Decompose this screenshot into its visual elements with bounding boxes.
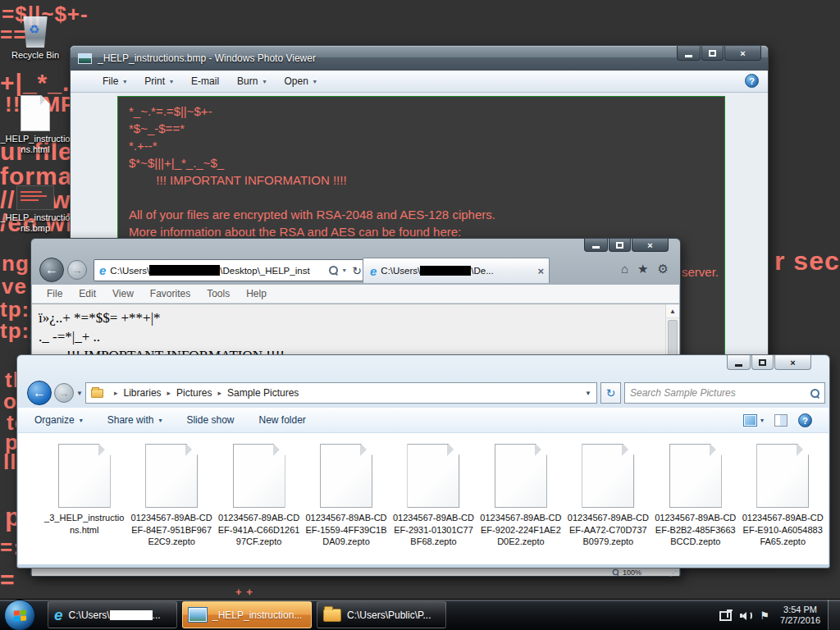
photo-viewer-menubar: File▾ Print▾ E-mail Burn▾ Open▾ ? [71, 71, 768, 93]
help-icon[interactable]: ? [798, 413, 812, 427]
address-breadcrumb-bar[interactable]: ▸ Libraries ▸ Pictures ▸ Sample Pictures… [85, 382, 597, 404]
share-with-button[interactable]: Share with▾ [107, 414, 162, 426]
menu-help[interactable]: Help [238, 285, 275, 302]
file-item[interactable]: 01234567-89AB-CDEF-1559-4FF39C1BDA09.zep… [304, 444, 387, 548]
taskbar-clock[interactable]: 3:54 PM 7/27/2016 [777, 605, 824, 626]
menu-file[interactable]: File [39, 285, 71, 302]
menu-burn[interactable]: Burn▾ [228, 72, 275, 90]
tab-close-icon[interactable]: × [537, 265, 544, 277]
browser-tab[interactable]: e C:\Users\\De... × [363, 258, 550, 283]
desktop-icon-help-bmp[interactable]: _HELP_instructions.bmp [0, 185, 71, 234]
file-item[interactable]: 01234567-89AB-CDEF-E910-A6054883FA65.zep… [742, 444, 824, 548]
maximize-button[interactable] [751, 355, 774, 370]
desktop-icon-label: Recycle Bin [0, 50, 71, 61]
ie-command-icons: ⌂ ★ ⚙ [621, 262, 669, 276]
maximize-button[interactable] [701, 46, 724, 61]
forward-button[interactable]: → [67, 260, 87, 280]
network-icon[interactable] [719, 609, 733, 621]
file-item[interactable]: 01234567-89AB-CDEF-B2B2-485F3663BCCD.zep… [654, 444, 737, 548]
menu-view[interactable]: View [104, 285, 142, 302]
file-name: 01234567-89AB-CDEF-E910-A6054883FA65.zep… [742, 512, 824, 548]
file-item[interactable]: _3_HELP_instructions.html [43, 444, 126, 536]
menu-favorites[interactable]: Favorites [142, 285, 199, 302]
refresh-icon[interactable]: ↻ [352, 264, 362, 277]
close-button[interactable]: × [724, 46, 761, 61]
start-button[interactable] [4, 600, 35, 630]
file-item[interactable]: 01234567-89AB-CDEF-2931-01301C77BF68.zep… [392, 444, 475, 548]
taskbar-button-ie[interactable]: e C:\Users\... [48, 601, 177, 628]
file-item[interactable]: 01234567-89AB-CDEF-AA72-C70D737B0979.zep… [567, 444, 650, 548]
breadcrumb-libraries[interactable]: Libraries [124, 387, 162, 399]
menu-tools[interactable]: Tools [199, 285, 238, 302]
gear-icon[interactable]: ⚙ [658, 262, 669, 276]
close-icon: × [647, 240, 652, 250]
breadcrumb-sample-pictures[interactable]: Sample Pictures [227, 387, 299, 399]
new-folder-button[interactable]: New folder [258, 414, 305, 426]
breadcrumb-pictures[interactable]: Pictures [176, 387, 212, 399]
photo-viewer-titlebar[interactable]: _HELP_instructions.bmp - Windows Photo V… [71, 46, 768, 71]
show-desktop-button[interactable] [828, 600, 840, 630]
action-center-flag-icon[interactable]: ⚑ [760, 609, 769, 622]
close-button[interactable]: × [774, 355, 811, 370]
address-bar[interactable]: e C:\Users\\Desktop\_HELP_inst ▼ ↻ [94, 259, 366, 281]
taskbar-button-photo-viewer[interactable]: _HELP_instruction... [182, 601, 312, 628]
history-dropdown-icon[interactable]: ▼ [76, 390, 83, 397]
file-name: 01234567-89AB-CDEF-1559-4FF39C1BDA09.zep… [304, 512, 387, 548]
menu-email[interactable]: E-mail [182, 72, 228, 90]
file-item[interactable]: 01234567-89AB-CDEF-84E7-951BF967E2C9.zep… [130, 444, 212, 548]
scroll-up-icon[interactable]: ▲ [666, 304, 679, 318]
preview-pane-icon[interactable] [774, 414, 788, 427]
minimize-button[interactable] [727, 355, 751, 370]
file-icon [58, 444, 111, 508]
menu-edit[interactable]: Edit [71, 285, 104, 302]
file-icon [145, 444, 198, 508]
slide-show-button[interactable]: Slide show [186, 414, 234, 426]
search-icon[interactable] [810, 389, 819, 398]
back-button[interactable]: ← [39, 258, 64, 282]
refresh-button[interactable]: ↻ [600, 382, 621, 404]
file-item[interactable]: 01234567-89AB-CDEF-9202-224F1AE2D0E2.zep… [479, 444, 562, 548]
resize-grip[interactable]: ⋰ [669, 569, 677, 578]
folder-icon [323, 609, 341, 622]
address-text: C:\Users\ [110, 266, 149, 276]
menu-print[interactable]: Print▾ [135, 72, 182, 90]
change-view-button[interactable]: ▾ [743, 414, 764, 427]
desktop-icon-help-html[interactable]: _HELP_instructions.html [0, 95, 71, 155]
home-icon[interactable]: ⌂ [621, 262, 628, 276]
favorites-star-icon[interactable]: ★ [637, 262, 648, 276]
zoom-level[interactable]: 100% [611, 568, 641, 577]
file-name: _3_HELP_instructions.html [43, 512, 126, 536]
forward-button[interactable]: → [54, 383, 74, 403]
chevron-down-icon[interactable]: ▼ [585, 390, 591, 397]
back-arrow-icon: ← [33, 386, 46, 400]
minimize-button[interactable] [584, 239, 608, 252]
file-name: 01234567-89AB-CDEF-84E7-951BF967E2C9.zep… [130, 512, 212, 548]
search-box[interactable] [624, 382, 825, 404]
menu-file[interactable]: File▾ [94, 72, 135, 90]
desktop-icon-label: _HELP_instructions.html [0, 134, 71, 155]
chevron-down-icon[interactable]: ▼ [341, 267, 347, 273]
explorer-window: × ← → ▼ ▸ Libraries ▸ Pictures ▸ Sample … [16, 354, 830, 568]
file-item[interactable]: 01234567-89AB-CDEF-941A-C66D126197CF.zep… [217, 444, 300, 548]
chevron-down-icon: ▾ [760, 417, 764, 424]
views-icon [743, 414, 757, 427]
tab-title: C:\Users\ [381, 266, 420, 276]
back-button[interactable]: ← [27, 381, 52, 405]
search-input[interactable] [630, 387, 810, 399]
ie-window-controls: × [584, 239, 669, 252]
help-icon[interactable]: ? [745, 74, 759, 88]
search-icon[interactable] [329, 266, 338, 275]
close-button[interactable]: × [632, 239, 669, 252]
desktop-icon-recycle-bin[interactable]: ♻ Recycle Bin [0, 16, 71, 61]
menu-open[interactable]: Open▾ [275, 72, 325, 90]
taskbar-button-explorer[interactable]: C:\Users\Public\P... [317, 601, 446, 628]
desktop-icon-label: _HELP_instructions.bmp [0, 212, 71, 234]
organize-button[interactable]: Organize▾ [34, 414, 83, 426]
minimize-button[interactable] [677, 46, 701, 61]
breadcrumb-separator-icon: ▸ [217, 389, 221, 397]
explorer-window-controls: × [727, 355, 811, 370]
explorer-toolbar: Organize▾ Share with▾ Slide show New fol… [18, 408, 829, 433]
maximize-button[interactable] [609, 239, 631, 252]
ie-icon: e [54, 606, 63, 624]
speaker-icon[interactable] [740, 610, 752, 621]
